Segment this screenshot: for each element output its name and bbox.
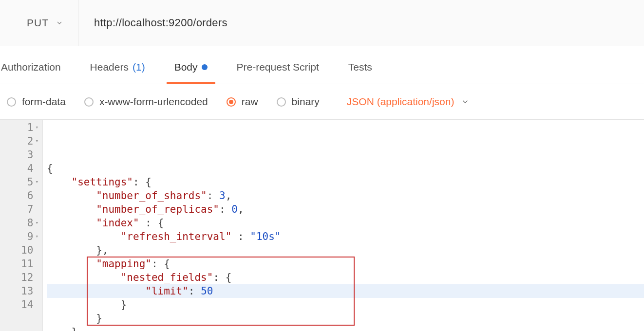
code-line[interactable]: "index" : { [47, 216, 644, 230]
fold-caret-icon[interactable]: ▾ [35, 230, 38, 243]
line-number: 14▾ [0, 298, 42, 312]
radio-label: raw [242, 96, 258, 108]
content-type-label: JSON (application/json) [347, 96, 455, 108]
body-type-form-data[interactable]: form-data [7, 96, 66, 108]
line-number: 5▾ [0, 175, 42, 189]
line-number: 8▾ [0, 216, 42, 230]
editor-gutter: 1▾2▾3▾4▾5▾6▾7▾8▾9▾10▾11▾12▾13▾14▾ [0, 120, 43, 331]
code-line[interactable]: } [47, 298, 644, 312]
http-method-label: PUT [27, 17, 49, 29]
tab-headers[interactable]: Headers (1) [90, 51, 145, 84]
fold-caret-icon[interactable]: ▾ [35, 216, 38, 230]
code-line[interactable]: } [47, 312, 644, 325]
body-type-urlencoded[interactable]: x-www-form-urlencoded [84, 96, 208, 108]
line-number: 11▾ [0, 257, 42, 271]
code-line[interactable]: { [47, 162, 644, 175]
code-line[interactable]: "number_of_replicas": 0, [47, 202, 644, 216]
request-tabs: Authorization Headers (1) Body Pre-reque… [0, 46, 644, 84]
line-number: 9▾ [0, 230, 42, 243]
tab-tests[interactable]: Tests [348, 51, 372, 84]
body-editor[interactable]: 1▾2▾3▾4▾5▾6▾7▾8▾9▾10▾11▾12▾13▾14▾ { "set… [0, 120, 644, 331]
request-url-input[interactable] [78, 0, 644, 46]
code-line[interactable]: "number_of_shards": 3, [47, 189, 644, 202]
code-line[interactable]: "refresh_interval" : "10s" [47, 230, 644, 243]
tab-label: Headers [90, 61, 129, 73]
line-number: 4▾ [0, 162, 42, 175]
line-number: 3▾ [0, 148, 42, 162]
line-number: 12▾ [0, 271, 42, 284]
body-type-raw[interactable]: raw [227, 96, 258, 108]
tab-pre-request-script[interactable]: Pre-request Script [237, 51, 319, 84]
tab-body[interactable]: Body [174, 51, 208, 84]
tab-label: Pre-request Script [237, 61, 319, 73]
code-line[interactable]: "nested_fields": { [47, 271, 644, 284]
request-bar: PUT [0, 0, 644, 46]
line-number: 7▾ [0, 202, 42, 216]
content-type-selector[interactable]: JSON (application/json) [347, 96, 470, 108]
body-type-binary[interactable]: binary [277, 96, 320, 108]
body-type-row: form-data x-www-form-urlencoded raw bina… [0, 84, 644, 120]
tab-label: Tests [348, 61, 372, 73]
http-method-selector[interactable]: PUT [0, 0, 78, 46]
code-line[interactable]: } [47, 325, 644, 331]
code-line[interactable]: "mapping": { [47, 257, 644, 271]
line-number: 13▾ [0, 284, 42, 298]
fold-caret-icon[interactable]: ▾ [35, 121, 38, 134]
headers-count: (1) [133, 61, 145, 73]
fold-caret-icon[interactable]: ▾ [35, 134, 38, 148]
fold-caret-icon[interactable]: ▾ [35, 175, 38, 189]
line-number: 6▾ [0, 189, 42, 202]
tab-label: Body [174, 61, 198, 73]
tab-authorization[interactable]: Authorization [1, 51, 61, 84]
line-number: 1▾ [0, 121, 42, 134]
code-line[interactable]: "settings": { [47, 175, 644, 189]
chevron-down-icon [56, 19, 63, 27]
radio-label: x-www-form-urlencoded [99, 96, 208, 108]
tab-label: Authorization [1, 61, 61, 73]
code-line[interactable]: "limit": 50 [47, 284, 644, 298]
chevron-down-icon [461, 97, 470, 106]
radio-label: form-data [22, 96, 66, 108]
line-number: 10▾ [0, 243, 42, 257]
radio-icon [84, 97, 94, 107]
editor-code[interactable]: { "settings": { "number_of_shards": 3, "… [43, 120, 644, 331]
code-line[interactable]: }, [47, 243, 644, 257]
radio-icon [7, 97, 16, 107]
radio-icon [227, 97, 236, 107]
line-number: 2▾ [0, 134, 42, 148]
radio-icon [277, 97, 286, 107]
radio-label: binary [292, 96, 320, 108]
unsaved-dot-icon [202, 64, 208, 70]
